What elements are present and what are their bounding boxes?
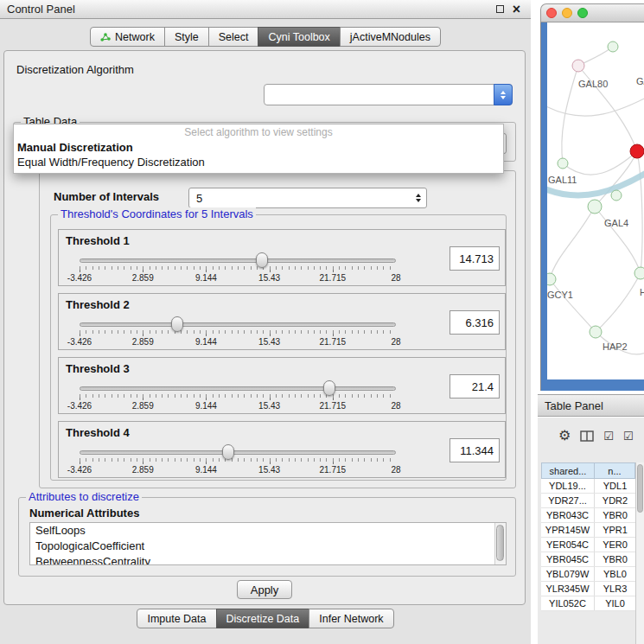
select-all-icon[interactable]: ☑ [603, 430, 614, 442]
table-cell[interactable]: YDR27... [541, 494, 595, 507]
selected-network-node[interactable] [630, 144, 644, 158]
table-row[interactable]: YDR27...YDR2 [541, 494, 635, 508]
table-row[interactable]: YBR043CYBR0 [541, 508, 635, 523]
tab-jactivemnodules[interactable]: jActiveMNodules [340, 27, 441, 47]
slider-track[interactable] [80, 386, 396, 391]
table-panel: ⚙ ☑ ☑ shared... n... YDL19...YDL1 YDR27.… [538, 418, 644, 644]
tab-cyni-toolbox[interactable]: Cyni Toolbox [258, 27, 340, 47]
table-cell[interactable]: YBR045C [541, 552, 595, 566]
table-cell[interactable]: YBR0 [595, 552, 635, 566]
slider-track[interactable] [80, 322, 396, 327]
network-node[interactable] [558, 158, 568, 169]
select-none-icon[interactable]: ☑ [623, 430, 634, 442]
close-traffic-light[interactable] [546, 8, 557, 18]
list-item[interactable]: SelfLoops [30, 523, 506, 539]
table-row[interactable]: YBR045CYBR0 [541, 552, 635, 567]
zoom-traffic-light[interactable] [577, 8, 588, 18]
dropdown-item-equal-width-frequency[interactable]: Equal Width/Frequency Discretization [14, 155, 503, 169]
network-node[interactable] [572, 60, 584, 72]
scale-tick-label: 28 [391, 273, 400, 283]
table-cell[interactable]: YER0 [595, 538, 635, 552]
tab-impute-data[interactable]: Impute Data [137, 609, 216, 628]
table-cell[interactable]: YLR345W [541, 582, 595, 596]
combobox-arrows-icon[interactable] [494, 84, 513, 105]
slider-thumb[interactable] [323, 380, 335, 396]
network-node[interactable] [634, 267, 644, 279]
list-scrollbar[interactable] [494, 523, 506, 564]
threshold-3-slider[interactable]: -3.426 2.859 9.144 15.43 21.715 28 [80, 358, 396, 413]
table-cell[interactable]: YIL052C [541, 596, 595, 610]
table-cell[interactable]: YLR3 [595, 582, 635, 596]
slider-track[interactable] [80, 258, 396, 263]
threshold-4-value-field[interactable]: 11.344 [450, 438, 500, 462]
thresholds-group: Threshold's Coordinates for 5 Intervals … [50, 214, 507, 481]
float-icon[interactable] [496, 5, 504, 13]
table-row[interactable]: YPR145WYPR1 [541, 523, 635, 538]
table-cell[interactable]: YPR1 [595, 523, 635, 537]
column-header-name[interactable]: n... [595, 462, 635, 479]
network-node[interactable] [588, 200, 602, 214]
column-header-shared-name[interactable]: shared... [541, 462, 595, 479]
table-cell[interactable]: YBR0 [595, 508, 635, 522]
table-cell[interactable]: YDL1 [595, 479, 635, 493]
list-item[interactable]: BetweennessCentrality [30, 554, 506, 565]
list-item[interactable]: TopologicalCoefficient [30, 539, 506, 554]
threshold-1-value-field[interactable]: 14.713 [450, 246, 500, 271]
network-node[interactable] [608, 41, 618, 52]
scrollbar-thumb[interactable] [637, 464, 643, 513]
algorithm-combobox[interactable] [264, 84, 513, 105]
table-cell[interactable]: YBR043C [541, 508, 595, 522]
columns-icon[interactable] [580, 430, 594, 442]
threshold-2-value-field[interactable]: 6.316 [450, 310, 500, 335]
slider-thumb[interactable] [171, 316, 183, 332]
table-row[interactable]: YIL052CYIL0 [541, 596, 635, 611]
table-cell[interactable]: YBL079W [541, 567, 595, 581]
table-row[interactable]: YDL19...YDL1 [541, 479, 635, 494]
network-node[interactable] [547, 273, 556, 285]
table-cell[interactable]: YER054C [541, 538, 595, 552]
threshold-4-slider[interactable]: -3.426 2.859 9.144 15.43 21.715 28 [80, 422, 396, 477]
node-label: HAP2 [603, 341, 628, 352]
table-row[interactable]: YBL079WYBL0 [541, 567, 635, 582]
slider-track[interactable] [80, 450, 396, 455]
slider-thumb[interactable] [256, 252, 268, 268]
table-cell[interactable]: YDL19... [541, 479, 595, 493]
table-row[interactable]: YER054CYER0 [541, 538, 635, 552]
apply-button[interactable]: Apply [237, 580, 292, 599]
network-view-window: GAL80 GA GAL11 GAL4 GCY1 HAP2 H [540, 3, 644, 391]
slider-scale: -3.426 2.859 9.144 15.43 21.715 28 [80, 273, 396, 284]
threshold-2-slider[interactable]: -3.426 2.859 9.144 15.43 21.715 28 [80, 294, 396, 349]
slider-ticks [80, 458, 396, 464]
tab-select[interactable]: Select [208, 27, 259, 47]
scrollbar-thumb[interactable] [496, 525, 504, 561]
number-of-intervals-combobox[interactable]: 5 [188, 188, 427, 208]
slider-thumb[interactable] [222, 444, 234, 460]
table-cell[interactable]: YDR2 [595, 494, 635, 507]
scale-tick-label: 9.144 [195, 465, 217, 475]
tab-infer-network[interactable]: Infer Network [309, 609, 393, 628]
network-window-titlebar[interactable] [540, 3, 644, 22]
network-canvas[interactable]: GAL80 GA GAL11 GAL4 GCY1 HAP2 H [547, 22, 644, 379]
threshold-1-slider[interactable]: -3.426 2.859 9.144 15.43 21.715 28 [80, 230, 396, 285]
dropdown-item-manual-discretization[interactable]: Manual Discretization [14, 140, 503, 155]
tab-style[interactable]: Style [164, 27, 209, 47]
network-node[interactable] [590, 326, 602, 338]
scale-tick-label: 21.715 [320, 273, 347, 283]
control-panel-titlebar[interactable]: Control Panel × [0, 0, 531, 19]
table-cell[interactable]: YIL0 [595, 596, 635, 610]
gear-icon[interactable]: ⚙ [558, 429, 571, 443]
node-label: GCY1 [547, 290, 573, 300]
threshold-3-value-field[interactable]: 21.4 [450, 374, 500, 399]
tab-network[interactable]: Network [90, 27, 165, 47]
numerical-attributes-list[interactable]: SelfLoops TopologicalCoefficient Between… [29, 522, 507, 565]
minimize-traffic-light[interactable] [562, 8, 572, 18]
table-panel-titlebar[interactable]: Table Panel [538, 394, 644, 417]
close-icon[interactable]: × [513, 3, 520, 16]
table-cell[interactable]: YBL0 [595, 567, 635, 581]
tab-discretize-data[interactable]: Discretize Data [216, 609, 310, 628]
scale-tick-label: 21.715 [320, 337, 347, 347]
table-row[interactable]: YLR345WYLR3 [541, 582, 635, 596]
table-scrollbar[interactable] [635, 462, 644, 644]
table-cell[interactable]: YPR145W [541, 523, 595, 537]
network-node[interactable] [611, 190, 622, 201]
